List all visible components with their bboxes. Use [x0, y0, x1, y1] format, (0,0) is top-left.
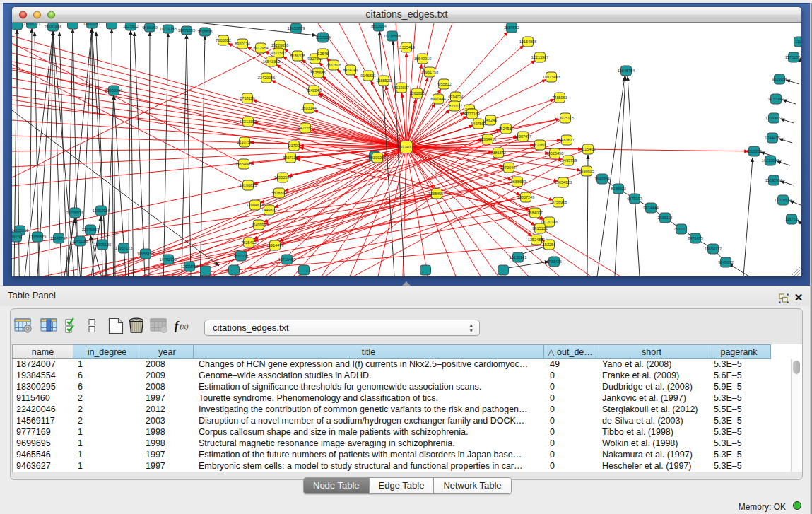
svg-text:1610755: 1610755	[237, 140, 252, 144]
svg-text:8471675: 8471675	[688, 236, 702, 240]
svg-text:2803144: 2803144	[301, 106, 316, 110]
svg-text:10307457: 10307457	[514, 134, 531, 139]
svg-text:13654923: 13654923	[555, 180, 572, 185]
svg-text:7955812: 7955812	[436, 82, 451, 86]
svg-text:10958157: 10958157	[137, 252, 154, 256]
svg-text:1145136: 1145136	[72, 239, 87, 243]
svg-text:3624514: 3624514	[498, 127, 513, 131]
svg-text:9427552: 9427552	[298, 126, 312, 130]
svg-text:5578312: 5578312	[271, 191, 286, 195]
svg-text:7625402: 7625402	[241, 240, 256, 245]
svg-text:17016534: 17016534	[775, 198, 792, 202]
svg-text:10154808: 10154808	[519, 40, 536, 44]
svg-text:10025458: 10025458	[546, 151, 563, 156]
svg-text:1588520: 1588520	[376, 78, 391, 83]
svg-text:22975887: 22975887	[82, 228, 99, 232]
svg-text:10973493: 10973493	[543, 75, 560, 79]
svg-text:16961758: 16961758	[421, 70, 438, 74]
svg-text:(x): (x)	[180, 322, 189, 331]
svg-text:12942737: 12942737	[50, 236, 67, 240]
svg-text:1615132: 1615132	[532, 226, 547, 230]
svg-text:1117: 1117	[795, 40, 801, 44]
svg-text:7386372: 7386372	[490, 151, 505, 155]
svg-text:39159: 39159	[12, 235, 22, 239]
svg-text:1540994: 1540994	[251, 223, 266, 227]
svg-text:16914479: 16914479	[266, 243, 283, 247]
svg-text:16543362: 16543362	[263, 59, 280, 64]
svg-text:10688609: 10688609	[509, 180, 526, 184]
svg-text:7632621: 7632621	[673, 227, 688, 231]
svg-text:3267130: 3267130	[283, 156, 298, 160]
svg-text:14353594: 14353594	[274, 175, 291, 180]
svg-text:1821022: 1821022	[447, 104, 461, 108]
svg-text:12093822: 12093822	[765, 116, 782, 120]
svg-text:1640954: 1640954	[594, 177, 609, 181]
svg-text:9329966: 9329966	[772, 77, 787, 81]
svg-text:8454749: 8454749	[343, 68, 358, 72]
svg-text:10653257: 10653257	[83, 23, 100, 26]
svg-text:23420046: 23420046	[258, 76, 275, 80]
svg-text:2935114: 2935114	[657, 216, 672, 220]
svg-text:16671355: 16671355	[178, 28, 195, 33]
svg-text:13384554: 13384554	[428, 192, 445, 196]
svg-text:7663822: 7663822	[216, 38, 230, 42]
svg-text:23055721: 23055721	[23, 23, 40, 26]
svg-text:9146821: 9146821	[360, 74, 375, 78]
svg-text:2718126: 2718126	[240, 96, 254, 100]
svg-text:16210643: 16210643	[762, 158, 779, 163]
svg-text:9115460: 9115460	[580, 147, 595, 151]
svg-text:10756928: 10756928	[550, 200, 567, 204]
svg-text:1362615: 1362615	[409, 91, 424, 95]
svg-text:8938923: 8938923	[611, 187, 625, 191]
svg-text:16782759: 16782759	[160, 257, 177, 262]
svg-text:15716485: 15716485	[278, 257, 295, 262]
svg-text:12213967: 12213967	[531, 55, 548, 59]
svg-text:15136141: 15136141	[510, 255, 526, 259]
svg-text:13495759: 13495759	[560, 158, 577, 163]
svg-text:19654982: 19654982	[235, 162, 252, 166]
svg-text:15751074: 15751074	[785, 55, 801, 59]
svg-text:9463627: 9463627	[559, 138, 574, 142]
svg-text:9227342: 9227342	[768, 97, 783, 101]
svg-text:12923488: 12923488	[181, 264, 198, 269]
svg-text:9474444: 9474444	[643, 206, 658, 210]
svg-text:10720407: 10720407	[500, 165, 517, 170]
svg-text:8960124: 8960124	[235, 42, 249, 46]
svg-text:7515526: 7515526	[197, 30, 212, 34]
svg-text:6479197: 6479197	[627, 197, 642, 201]
svg-text:2687682: 2687682	[504, 25, 519, 30]
svg-text:152254: 152254	[543, 243, 555, 247]
svg-text:2867608: 2867608	[326, 63, 341, 67]
svg-text:9684007: 9684007	[527, 211, 542, 215]
svg-text:1527602: 1527602	[123, 24, 138, 28]
svg-text:17957223: 17957223	[115, 246, 132, 250]
svg-text:18724007: 18724007	[398, 145, 415, 149]
svg-text:20691406: 20691406	[45, 25, 61, 29]
svg-text:8912954: 8912954	[253, 46, 268, 50]
svg-text:13524851: 13524851	[528, 238, 545, 242]
svg-text:15692951: 15692951	[765, 178, 782, 182]
svg-text:21700: 21700	[288, 144, 299, 148]
svg-text:9327503: 9327503	[271, 51, 286, 55]
svg-text:18807249: 18807249	[517, 195, 534, 199]
svg-text:11325419: 11325419	[398, 45, 415, 49]
svg-text:6466160: 6466160	[142, 25, 157, 30]
svg-text:62160: 62160	[534, 143, 545, 147]
svg-text:10654112: 10654112	[705, 247, 722, 251]
svg-text:15226058: 15226058	[271, 43, 288, 47]
svg-text:12213383: 12213383	[240, 119, 257, 124]
svg-text:19166825: 19166825	[240, 183, 257, 187]
svg-text:15640910: 15640910	[414, 57, 431, 61]
svg-text:5875685: 5875685	[310, 71, 325, 75]
svg-text:16053809: 16053809	[288, 26, 305, 30]
svg-text:12546: 12546	[317, 52, 328, 56]
svg-text:7857224: 7857224	[315, 35, 330, 40]
svg-text:8215958: 8215958	[746, 149, 761, 153]
svg-text:1244415: 1244415	[765, 136, 779, 140]
svg-text:12905135: 12905135	[94, 243, 111, 247]
svg-text:8186328: 8186328	[290, 54, 305, 58]
svg-text:6497563: 6497563	[471, 122, 486, 126]
svg-text:18300295: 18300295	[369, 156, 386, 160]
svg-text:7485063: 7485063	[552, 95, 567, 100]
svg-text:20206576: 20206576	[66, 211, 83, 215]
